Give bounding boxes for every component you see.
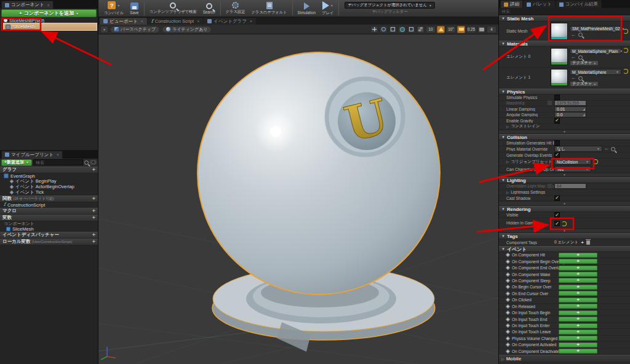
tree-item-slicemesh[interactable]: SliceMesh (3, 23, 97, 31)
add-event-button[interactable]: + (559, 317, 597, 322)
tab-event-graph[interactable]: イベントグラフ × (204, 18, 256, 25)
advanced-expander[interactable]: ▼ (499, 229, 630, 233)
scale-gizmo-button[interactable] (389, 26, 397, 33)
camera-speed-value[interactable]: 4 (487, 26, 496, 33)
use-selected-asset-icon[interactable]: ← (571, 33, 576, 38)
section-local-variables[interactable]: ローカル変数 (UserConstructionScript) + (0, 239, 98, 245)
tab-viewport[interactable]: ビューポート × (100, 18, 147, 25)
add-event-button[interactable]: + (559, 272, 597, 277)
material-1-dropdown[interactable]: M_MaterialSphere ▼ (570, 69, 621, 75)
advanced-expander[interactable]: ▼ (499, 173, 630, 177)
translate-gizmo-button[interactable] (370, 26, 378, 33)
add-event-button[interactable]: + (559, 285, 597, 290)
use-selected-asset-icon[interactable]: ← (571, 55, 576, 60)
scale-snap-value[interactable]: 0.25 (466, 26, 476, 33)
add-event-button[interactable]: + (559, 259, 597, 264)
material-thumbnail[interactable] (551, 48, 568, 65)
add-graph-icon[interactable]: + (92, 167, 95, 173)
section-header-collision[interactable]: ▼ Collision (499, 134, 630, 140)
checkbox[interactable]: ✓ (554, 152, 560, 158)
section-header-mobile[interactable]: ▷ Mobile (499, 355, 630, 362)
tab-palette[interactable]: パレット (523, 0, 556, 8)
tree-item-root[interactable]: SliceMeshBP(self) (0, 18, 98, 23)
search-button[interactable]: Search (200, 0, 218, 17)
chevron-down-icon[interactable]: ▼ (330, 4, 333, 7)
browse-asset-icon[interactable] (578, 55, 583, 60)
add-event-button[interactable]: + (559, 278, 597, 283)
section-functions[interactable]: 関数 (18 オーバーライド可能) + (0, 196, 98, 202)
surface-snap-button[interactable] (407, 26, 415, 33)
list-item-slicemesh-variable[interactable]: SliceMesh (0, 226, 98, 232)
add-new-button[interactable]: +新規追加 ▼ (1, 159, 32, 166)
class-defaults-button[interactable]: クラスのデフォルト (249, 0, 290, 17)
rotation-snap-value[interactable]: 10° (446, 26, 456, 33)
checkbox[interactable]: ✓ (554, 95, 560, 100)
add-function-icon[interactable]: + (92, 196, 95, 202)
reset-to-default-icon[interactable] (623, 69, 628, 74)
debug-object-dropdown[interactable]: デバッグオブジェクトが選択されていません ▼ (345, 2, 435, 9)
add-variable-icon[interactable]: + (92, 215, 95, 221)
section-header-static-mesh[interactable]: ▼ Static Mesh (499, 15, 630, 22)
search-input[interactable] (33, 159, 83, 165)
list-item-event[interactable]: イベント BeginPlay (0, 179, 98, 184)
close-icon[interactable]: × (197, 19, 199, 23)
material-thumbnail[interactable] (551, 69, 568, 86)
lit-mode-button[interactable]: ライティングあり (162, 26, 212, 33)
advanced-expander[interactable]: ▼ (499, 201, 630, 206)
section-macros[interactable]: マクロ + (0, 208, 98, 215)
section-header-tags[interactable]: ▼ Tags (499, 233, 630, 239)
browse-asset-icon[interactable] (578, 33, 583, 37)
reset-to-default-icon[interactable] (623, 29, 628, 34)
perspective-button[interactable]: パースペクティブ (110, 26, 160, 33)
use-selected-asset-icon[interactable]: ← (604, 146, 609, 151)
viewport-options-button[interactable]: ▼ (100, 26, 108, 33)
find-in-content-browser-button[interactable]: コンテンツブラウザで検索 (146, 0, 200, 17)
world-local-toggle[interactable] (398, 26, 406, 33)
list-item-constructionscript[interactable]: f ConstructionScript (0, 202, 98, 208)
add-event-button[interactable]: + (559, 266, 597, 271)
scale-snap-toggle[interactable] (457, 26, 465, 33)
tab-components[interactable]: コンポーネント × (1, 1, 54, 9)
phys-material-dropdown[interactable]: なし ▼ (554, 146, 602, 152)
add-event-button[interactable]: + (559, 311, 597, 315)
material-0-dropdown[interactable]: M_MaterialSphere_Plain ▼ (570, 48, 621, 54)
browse-asset-icon[interactable] (611, 147, 615, 151)
texture-filter-button[interactable]: テクスチャ ▼ (570, 81, 599, 87)
section-header-physics[interactable]: ▼ Physics (499, 89, 630, 95)
tab-details[interactable]: 詳細 (500, 0, 523, 8)
close-icon[interactable]: × (250, 19, 252, 23)
section-header-materials[interactable]: ▼ Materials (499, 41, 630, 47)
property-constraints[interactable]: ▷ コンストレイン (499, 124, 630, 130)
close-icon[interactable]: × (57, 152, 59, 157)
step-up-dropdown[interactable]: Yes ▼ (554, 166, 591, 172)
simulation-button[interactable]: Simulation (295, 0, 319, 17)
expand-icon[interactable]: ▷ (506, 160, 509, 164)
chevron-down-icon[interactable]: ▼ (117, 4, 120, 7)
add-event-button[interactable]: + (559, 330, 597, 334)
checkbox[interactable]: ✓ (554, 140, 560, 146)
reset-to-default-icon[interactable] (562, 221, 567, 226)
rotation-snap-toggle[interactable] (437, 26, 445, 33)
add-event-button[interactable]: + (559, 304, 597, 309)
add-local-variable-icon[interactable]: + (92, 239, 95, 245)
add-event-button[interactable]: + (559, 298, 597, 303)
rotate-gizmo-button[interactable] (380, 26, 388, 33)
section-graphs[interactable]: グラフ + (0, 167, 98, 173)
section-header-events[interactable]: ▼ イベント (499, 246, 630, 252)
advanced-expander[interactable]: ▼ (499, 130, 630, 134)
section-header-rendering[interactable]: ▼ Rendering (499, 206, 630, 212)
add-tag-icon[interactable]: + (581, 240, 584, 245)
trash-icon[interactable] (586, 240, 590, 245)
property-lightmass-settings[interactable]: ▷ Lightmass Settings (499, 189, 630, 196)
camera-speed-button[interactable] (477, 26, 485, 33)
viewport-3d[interactable]: U (98, 34, 498, 364)
browse-asset-icon[interactable] (578, 76, 583, 81)
checkbox[interactable]: ✓ (554, 118, 560, 124)
texture-filter-button[interactable]: テクスチャ ▼ (570, 60, 599, 66)
add-event-button[interactable]: + (559, 291, 597, 296)
list-item-event[interactable]: イベント ActorBeginOverlap (0, 184, 98, 190)
tab-construction-script[interactable]: f Construction Script × (148, 18, 203, 25)
checkbox[interactable]: ✓ (554, 221, 560, 226)
add-dispatcher-icon[interactable]: + (92, 232, 95, 238)
linear-damping-field[interactable]: 0.01 (554, 106, 586, 112)
